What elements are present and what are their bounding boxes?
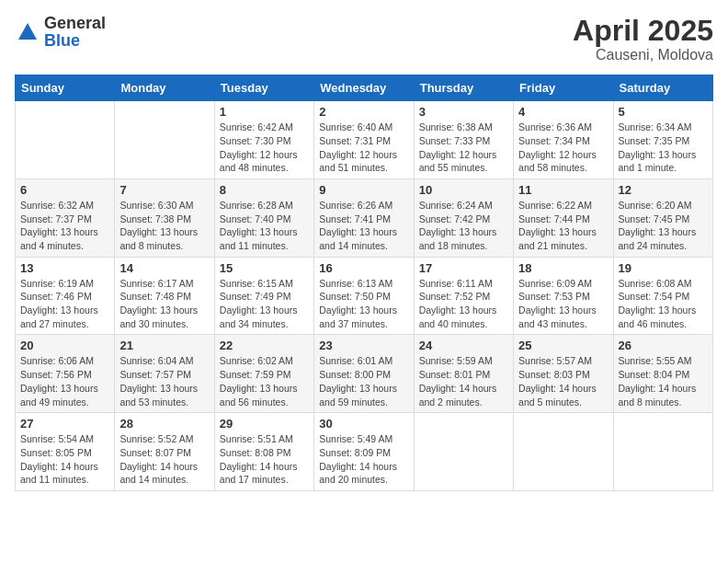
header-tuesday: Tuesday bbox=[214, 75, 313, 101]
title-area: April 2025 Causeni, Moldova bbox=[573, 15, 713, 63]
calendar-cell: 20 Sunrise: 6:06 AMSunset: 7:56 PMDaylig… bbox=[16, 335, 115, 413]
location-title: Causeni, Moldova bbox=[573, 47, 713, 63]
day-number: 27 bbox=[20, 417, 109, 431]
day-number: 17 bbox=[419, 261, 508, 275]
day-info: Sunrise: 6:11 AMSunset: 7:52 PMDaylight:… bbox=[419, 277, 508, 331]
header-sunday: Sunday bbox=[16, 75, 115, 101]
calendar-cell: 30 Sunrise: 5:49 AMSunset: 8:09 PMDaylig… bbox=[314, 413, 414, 491]
day-number: 12 bbox=[619, 183, 708, 197]
calendar-cell: 23 Sunrise: 6:01 AMSunset: 8:00 PMDaylig… bbox=[314, 335, 414, 413]
day-info: Sunrise: 6:15 AMSunset: 7:49 PMDaylight:… bbox=[220, 277, 309, 331]
calendar-cell: 13 Sunrise: 6:19 AMSunset: 7:46 PMDaylig… bbox=[16, 257, 115, 335]
day-info: Sunrise: 6:17 AMSunset: 7:48 PMDaylight:… bbox=[119, 277, 209, 331]
calendar-cell: 4 Sunrise: 6:36 AMSunset: 7:34 PMDayligh… bbox=[514, 101, 613, 179]
day-number: 7 bbox=[119, 183, 209, 197]
logo: General Blue bbox=[15, 15, 106, 50]
day-number: 26 bbox=[619, 339, 708, 352]
header-saturday: Saturday bbox=[613, 75, 712, 101]
day-info: Sunrise: 5:57 AMSunset: 8:03 PMDaylight:… bbox=[518, 354, 608, 408]
calendar-cell: 16 Sunrise: 6:13 AMSunset: 7:50 PMDaylig… bbox=[314, 257, 414, 335]
day-number: 8 bbox=[220, 183, 309, 197]
calendar-cell bbox=[115, 101, 214, 179]
day-info: Sunrise: 6:36 AMSunset: 7:34 PMDaylight:… bbox=[518, 121, 608, 175]
header-wednesday: Wednesday bbox=[314, 75, 414, 101]
day-info: Sunrise: 5:52 AMSunset: 8:07 PMDaylight:… bbox=[119, 432, 209, 487]
day-number: 9 bbox=[319, 183, 408, 197]
header-thursday: Thursday bbox=[414, 75, 513, 101]
calendar-cell: 24 Sunrise: 5:59 AMSunset: 8:01 PMDaylig… bbox=[414, 335, 513, 413]
logo-icon bbox=[15, 19, 40, 45]
calendar-week-1: 1 Sunrise: 6:42 AMSunset: 7:30 PMDayligh… bbox=[16, 101, 713, 179]
day-number: 23 bbox=[319, 339, 408, 352]
calendar-cell: 9 Sunrise: 6:26 AMSunset: 7:41 PMDayligh… bbox=[314, 178, 414, 257]
day-info: Sunrise: 6:02 AMSunset: 7:59 PMDaylight:… bbox=[220, 354, 309, 408]
day-number: 10 bbox=[419, 183, 508, 197]
day-number: 1 bbox=[220, 105, 309, 119]
day-info: Sunrise: 6:04 AMSunset: 7:57 PMDaylight:… bbox=[119, 354, 209, 408]
day-number: 2 bbox=[319, 105, 408, 119]
day-info: Sunrise: 5:55 AMSunset: 8:04 PMDaylight:… bbox=[619, 354, 708, 408]
calendar-cell bbox=[613, 413, 712, 491]
day-number: 29 bbox=[220, 417, 309, 431]
calendar-cell: 29 Sunrise: 5:51 AMSunset: 8:08 PMDaylig… bbox=[214, 413, 313, 491]
day-number: 20 bbox=[20, 339, 109, 352]
calendar-week-4: 20 Sunrise: 6:06 AMSunset: 7:56 PMDaylig… bbox=[16, 335, 713, 413]
day-info: Sunrise: 6:40 AMSunset: 7:31 PMDaylight:… bbox=[319, 121, 408, 175]
day-number: 5 bbox=[619, 105, 708, 119]
logo-blue: Blue bbox=[44, 31, 80, 50]
day-info: Sunrise: 6:19 AMSunset: 7:46 PMDaylight:… bbox=[20, 277, 109, 331]
day-info: Sunrise: 6:24 AMSunset: 7:42 PMDaylight:… bbox=[419, 199, 508, 253]
day-number: 24 bbox=[419, 339, 508, 352]
calendar-table: Sunday Monday Tuesday Wednesday Thursday… bbox=[15, 75, 713, 491]
day-number: 4 bbox=[518, 105, 608, 119]
day-info: Sunrise: 6:42 AMSunset: 7:30 PMDaylight:… bbox=[220, 121, 309, 175]
header-row: Sunday Monday Tuesday Wednesday Thursday… bbox=[16, 75, 713, 101]
day-number: 13 bbox=[20, 261, 109, 275]
day-info: Sunrise: 6:20 AMSunset: 7:45 PMDaylight:… bbox=[619, 199, 708, 253]
calendar-cell: 26 Sunrise: 5:55 AMSunset: 8:04 PMDaylig… bbox=[613, 335, 712, 413]
day-number: 21 bbox=[119, 339, 209, 352]
calendar-cell: 25 Sunrise: 5:57 AMSunset: 8:03 PMDaylig… bbox=[514, 335, 613, 413]
day-info: Sunrise: 6:06 AMSunset: 7:56 PMDaylight:… bbox=[20, 354, 109, 408]
calendar-cell: 5 Sunrise: 6:34 AMSunset: 7:35 PMDayligh… bbox=[613, 101, 712, 179]
calendar-cell: 28 Sunrise: 5:52 AMSunset: 8:07 PMDaylig… bbox=[115, 413, 214, 491]
calendar-cell: 6 Sunrise: 6:32 AMSunset: 7:37 PMDayligh… bbox=[16, 178, 115, 257]
calendar-cell: 7 Sunrise: 6:30 AMSunset: 7:38 PMDayligh… bbox=[115, 178, 214, 257]
calendar-cell: 2 Sunrise: 6:40 AMSunset: 7:31 PMDayligh… bbox=[314, 101, 414, 179]
calendar-cell: 12 Sunrise: 6:20 AMSunset: 7:45 PMDaylig… bbox=[613, 178, 712, 257]
day-info: Sunrise: 6:22 AMSunset: 7:44 PMDaylight:… bbox=[518, 199, 608, 253]
calendar-cell: 11 Sunrise: 6:22 AMSunset: 7:44 PMDaylig… bbox=[514, 178, 613, 257]
month-title: April 2025 bbox=[573, 15, 713, 47]
day-info: Sunrise: 6:30 AMSunset: 7:38 PMDaylight:… bbox=[119, 199, 209, 253]
header-monday: Monday bbox=[115, 75, 214, 101]
calendar-cell: 8 Sunrise: 6:28 AMSunset: 7:40 PMDayligh… bbox=[214, 178, 313, 257]
day-number: 6 bbox=[20, 183, 109, 197]
day-info: Sunrise: 6:26 AMSunset: 7:41 PMDaylight:… bbox=[319, 199, 408, 253]
calendar-week-2: 6 Sunrise: 6:32 AMSunset: 7:37 PMDayligh… bbox=[16, 178, 713, 257]
calendar-cell: 3 Sunrise: 6:38 AMSunset: 7:33 PMDayligh… bbox=[414, 101, 513, 179]
header-friday: Friday bbox=[514, 75, 613, 101]
calendar-cell: 18 Sunrise: 6:09 AMSunset: 7:53 PMDaylig… bbox=[514, 257, 613, 335]
day-info: Sunrise: 6:09 AMSunset: 7:53 PMDaylight:… bbox=[518, 277, 608, 331]
calendar-cell: 17 Sunrise: 6:11 AMSunset: 7:52 PMDaylig… bbox=[414, 257, 513, 335]
day-number: 28 bbox=[119, 417, 209, 431]
calendar-cell: 27 Sunrise: 5:54 AMSunset: 8:05 PMDaylig… bbox=[16, 413, 115, 491]
day-info: Sunrise: 6:28 AMSunset: 7:40 PMDaylight:… bbox=[220, 199, 309, 253]
day-info: Sunrise: 5:54 AMSunset: 8:05 PMDaylight:… bbox=[20, 432, 109, 487]
day-info: Sunrise: 6:01 AMSunset: 8:00 PMDaylight:… bbox=[319, 354, 408, 408]
day-number: 16 bbox=[319, 261, 408, 275]
calendar-cell: 21 Sunrise: 6:04 AMSunset: 7:57 PMDaylig… bbox=[115, 335, 214, 413]
logo-general: General bbox=[44, 14, 106, 32]
calendar-cell: 19 Sunrise: 6:08 AMSunset: 7:54 PMDaylig… bbox=[613, 257, 712, 335]
day-info: Sunrise: 6:13 AMSunset: 7:50 PMDaylight:… bbox=[319, 277, 408, 331]
day-number: 22 bbox=[220, 339, 309, 352]
day-info: Sunrise: 6:08 AMSunset: 7:54 PMDaylight:… bbox=[619, 277, 708, 331]
calendar-cell: 1 Sunrise: 6:42 AMSunset: 7:30 PMDayligh… bbox=[214, 101, 313, 179]
day-number: 30 bbox=[319, 417, 408, 431]
day-info: Sunrise: 6:32 AMSunset: 7:37 PMDaylight:… bbox=[20, 199, 109, 253]
day-number: 18 bbox=[518, 261, 608, 275]
day-info: Sunrise: 5:59 AMSunset: 8:01 PMDaylight:… bbox=[419, 354, 508, 408]
day-number: 11 bbox=[518, 183, 608, 197]
day-info: Sunrise: 5:49 AMSunset: 8:09 PMDaylight:… bbox=[319, 432, 408, 487]
calendar-week-5: 27 Sunrise: 5:54 AMSunset: 8:05 PMDaylig… bbox=[16, 413, 713, 491]
